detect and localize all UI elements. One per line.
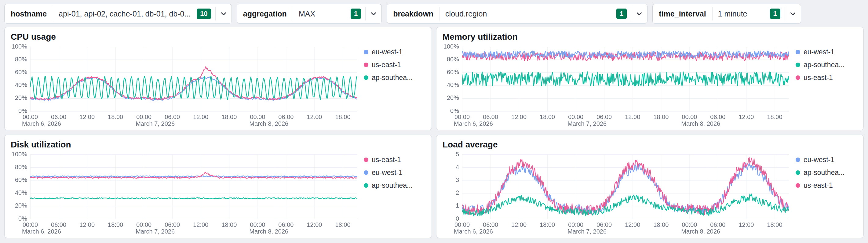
legend-label: eu-west-1 bbox=[372, 169, 403, 177]
breakdown-filter[interactable]: breakdown cloud.region 1 bbox=[387, 4, 648, 24]
legend-swatch bbox=[796, 183, 800, 188]
legend-swatch bbox=[364, 183, 368, 188]
legend-label: us-east-1 bbox=[804, 181, 833, 189]
legend-label: ap-southea... bbox=[804, 169, 844, 177]
legend-label: eu-west-1 bbox=[804, 156, 834, 164]
time-interval-count-badge: 1 bbox=[770, 8, 780, 19]
legend-swatch bbox=[364, 63, 368, 67]
legend-label: eu-west-1 bbox=[804, 48, 834, 56]
aggregation-count-badge: 1 bbox=[351, 8, 361, 19]
legend-swatch bbox=[796, 170, 800, 175]
panel-title: Disk utilization bbox=[11, 140, 426, 150]
charts-grid: CPU usage eu-west-1us-east-1ap-southea..… bbox=[0, 27, 868, 238]
legend-label: eu-west-1 bbox=[372, 48, 403, 56]
time-interval-filter-value: 1 minute bbox=[713, 9, 769, 18]
memory-utilization-chart[interactable] bbox=[442, 43, 791, 128]
disk-utilization-panel: Disk utilization us-east-1eu-west-1ap-so… bbox=[4, 134, 432, 238]
legend-swatch bbox=[364, 157, 368, 162]
memory-utilization-plot-area bbox=[442, 43, 791, 128]
time-interval-filter[interactable]: time_interval 1 minute 1 bbox=[652, 4, 801, 24]
load-average-panel: Load average eu-west-1ap-southea...us-ea… bbox=[436, 134, 864, 238]
cpu-usage-panel: CPU usage eu-west-1us-east-1ap-southea..… bbox=[4, 27, 432, 130]
cpu-usage-chart[interactable] bbox=[11, 43, 360, 128]
disk-utilization-legend: us-east-1eu-west-1ap-southea... bbox=[360, 151, 426, 235]
memory-utilization-legend: eu-west-1ap-southea...us-east-1 bbox=[791, 43, 858, 128]
legend-swatch bbox=[364, 50, 368, 54]
legend-item[interactable]: eu-west-1 bbox=[364, 169, 426, 177]
cpu-usage-plot-area bbox=[11, 43, 360, 128]
legend-item[interactable]: us-east-1 bbox=[364, 61, 426, 69]
hostname-filter[interactable]: hostname api-01, api-02, cache-01, db-01… bbox=[4, 4, 232, 24]
chevron-down-icon[interactable] bbox=[216, 10, 231, 18]
chevron-down-icon[interactable] bbox=[366, 10, 381, 18]
legend-swatch bbox=[364, 75, 368, 80]
panel-title: Load average bbox=[442, 140, 858, 150]
chevron-down-icon[interactable] bbox=[785, 10, 801, 18]
filter-bar: hostname api-01, api-02, cache-01, db-01… bbox=[0, 0, 868, 27]
load-average-legend: eu-west-1ap-southea...us-east-1 bbox=[791, 151, 858, 235]
legend-swatch bbox=[796, 63, 800, 67]
legend-label: ap-southea... bbox=[372, 181, 413, 189]
legend-label: us-east-1 bbox=[372, 156, 401, 164]
time-interval-filter-label: time_interval bbox=[653, 9, 712, 18]
legend-swatch bbox=[796, 157, 800, 162]
load-average-chart[interactable] bbox=[442, 151, 791, 235]
legend-item[interactable]: eu-west-1 bbox=[364, 48, 426, 56]
cpu-usage-legend: eu-west-1us-east-1ap-southea... bbox=[360, 43, 426, 128]
legend-swatch bbox=[796, 75, 800, 80]
hostname-count-badge: 10 bbox=[197, 8, 211, 19]
chevron-down-icon[interactable] bbox=[631, 10, 647, 18]
aggregation-filter-value: MAX bbox=[293, 9, 350, 18]
aggregation-filter-label: aggregation bbox=[237, 9, 293, 18]
legend-item[interactable]: ap-southea... bbox=[796, 169, 858, 177]
legend-label: ap-southea... bbox=[372, 73, 413, 82]
hostname-filter-value: api-01, api-02, cache-01, db-01, db-0... bbox=[53, 9, 196, 18]
legend-item[interactable]: us-east-1 bbox=[364, 156, 426, 164]
memory-utilization-panel: Memory utilization eu-west-1ap-southea..… bbox=[436, 27, 864, 130]
breakdown-filter-value: cloud.region bbox=[440, 9, 616, 18]
legend-label: ap-southea... bbox=[804, 61, 844, 69]
legend-label: us-east-1 bbox=[372, 61, 401, 69]
legend-item[interactable]: ap-southea... bbox=[796, 61, 858, 69]
legend-label: us-east-1 bbox=[804, 73, 833, 82]
hostname-filter-label: hostname bbox=[5, 9, 53, 18]
aggregation-filter[interactable]: aggregation MAX 1 bbox=[237, 4, 382, 24]
legend-item[interactable]: ap-southea... bbox=[364, 73, 426, 82]
legend-item[interactable]: ap-southea... bbox=[364, 181, 426, 189]
legend-swatch bbox=[796, 50, 800, 54]
legend-item[interactable]: us-east-1 bbox=[796, 73, 858, 82]
legend-item[interactable]: us-east-1 bbox=[796, 181, 858, 189]
disk-utilization-plot-area bbox=[11, 151, 360, 235]
legend-swatch bbox=[364, 170, 368, 175]
disk-utilization-chart[interactable] bbox=[11, 151, 360, 235]
panel-title: Memory utilization bbox=[442, 32, 858, 42]
breakdown-filter-label: breakdown bbox=[387, 9, 439, 18]
legend-item[interactable]: eu-west-1 bbox=[796, 48, 858, 56]
load-average-plot-area bbox=[442, 151, 791, 235]
breakdown-count-badge: 1 bbox=[616, 8, 627, 19]
legend-item[interactable]: eu-west-1 bbox=[796, 156, 858, 164]
panel-title: CPU usage bbox=[11, 32, 426, 42]
